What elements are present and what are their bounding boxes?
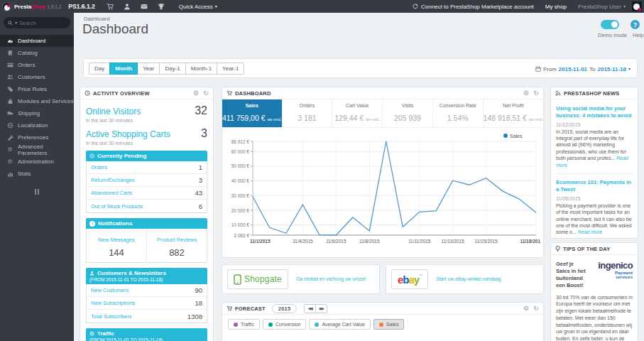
sidebar-item-catalog[interactable]: Catalog: [0, 47, 74, 59]
new-subscriptions-link[interactable]: New Subscriptions: [91, 300, 135, 306]
range-button-year[interactable]: Year: [137, 63, 160, 75]
svg-text:11/4/2015: 11/4/2015: [293, 239, 313, 244]
panel-title: FORECAST: [235, 305, 266, 312]
pending-returns-link[interactable]: Return/Exchanges: [91, 177, 135, 183]
prestashop-news-panel: PRESTASHOP NEWS Using social media for y…: [550, 87, 638, 239]
sidebar-item-shipping[interactable]: Shipping: [0, 107, 74, 119]
sidebar-collapse-button[interactable]: [0, 189, 74, 195]
sidebar-item-customers[interactable]: Customers: [0, 71, 74, 83]
cart-icon[interactable]: [107, 3, 114, 10]
notifications-header: ! Notifications: [86, 218, 207, 229]
divider: [556, 173, 633, 174]
range-button-day[interactable]: Day: [89, 63, 110, 75]
sidebar-item-stats[interactable]: Stats: [0, 168, 74, 180]
svg-text:66 912 €: 66 912 €: [231, 139, 250, 144]
sidebar-item-preferences[interactable]: Preferences: [0, 131, 74, 144]
sidebar-item-localization[interactable]: Localization: [0, 119, 74, 131]
active-carts-link[interactable]: Active Shopping Carts: [86, 129, 170, 139]
kpi-sales[interactable]: Sales411 759,00 € tax excl.: [222, 99, 283, 127]
new-customers-link[interactable]: New Customers: [91, 287, 129, 293]
notification-icon: !: [89, 221, 95, 227]
pending-row-orders: Orders1: [87, 161, 207, 174]
globe-icon: [89, 331, 94, 336]
refresh-icon[interactable]: ↻: [203, 90, 209, 97]
sidebar-item-dashboard[interactable]: Dashboard: [0, 35, 74, 47]
kpi-orders[interactable]: Orders3 181: [283, 99, 333, 127]
sidebar-item-administration[interactable]: ⚙ Administration: [0, 156, 74, 168]
sidebar-item-price-rules[interactable]: Price Rules: [0, 83, 74, 95]
svg-text:3 082 €: 3 082 €: [234, 233, 249, 238]
demo-mode-toggle[interactable]: [601, 20, 619, 29]
total-subscribers-link[interactable]: Total Subscribers: [91, 313, 132, 320]
legend-button-conversion[interactable]: Conversion: [263, 319, 306, 330]
refresh-icon[interactable]: ↻: [533, 90, 539, 97]
puzzle-icon: [6, 98, 13, 104]
ebay-link[interactable]: Start uw eBay-winkel vandaag: [432, 276, 543, 283]
forecast-panel: FORECAST 2015 ◀◀ ▶▶ ⚙ ↻ Traffic Conversi…: [222, 302, 544, 341]
range-button-month-1[interactable]: Month-1: [185, 63, 217, 75]
shopgate-link[interactable]: Ga mobiel en verhoog uw omzet: [292, 276, 379, 283]
svg-text:Sales: Sales: [510, 134, 523, 139]
news-item-title[interactable]: Using social media for your business: 4 …: [556, 105, 633, 119]
pending-orders-link[interactable]: Orders: [91, 164, 107, 170]
date-range-picker[interactable]: From 2015-11-01 To 2015-11-18 ▾: [535, 63, 631, 75]
dashboard-panel: DASHBOARD ⚙ ↻ Sales411 759,00 € tax excl…: [222, 87, 544, 258]
refresh-icon[interactable]: ↻: [533, 305, 539, 312]
quick-access-menu[interactable]: Quick Access▾: [179, 4, 217, 10]
customers-newsletters-header: Customers & Newsletters (FROM 2015-11-01…: [86, 268, 207, 284]
legend-button-traffic[interactable]: Traffic: [228, 319, 260, 330]
pending-abandoned-carts-link[interactable]: Abandoned Carts: [91, 190, 132, 196]
tips-of-the-day-panel: TIPS OF THE DAY ingenico Paymentservices…: [550, 242, 638, 341]
traffic-dot-icon: [234, 323, 238, 327]
sidebar-item-orders[interactable]: Orders: [0, 59, 74, 71]
news-item-date: 11/12/2015: [556, 122, 633, 127]
kpi-cart-value[interactable]: Cart Value129,44 € tax excl.: [332, 99, 383, 127]
clock-icon: [89, 153, 94, 158]
avatar[interactable]: [632, 1, 642, 11]
forecast-forward-button[interactable]: ▶▶: [315, 304, 327, 313]
kpi-conversion-rate[interactable]: Conversion Rate1.54%: [433, 99, 484, 127]
search-input[interactable]: [19, 20, 66, 26]
news-item-title[interactable]: Ecommerce 101: Payments in a Tweet: [556, 179, 633, 193]
legend-button-sales[interactable]: Sales: [373, 319, 405, 330]
kpi-net-profit[interactable]: Net Profit148 918,51 € tax excl.: [484, 99, 543, 127]
sidebar-search[interactable]: ▾: [4, 17, 70, 28]
customers-newsletters-list: New Customers90 New Subscriptions18 Tota…: [86, 284, 207, 323]
clock-icon: [84, 90, 90, 96]
svg-text:60 000 €: 60 000 €: [231, 149, 250, 154]
read-more-link[interactable]: Read more: [578, 229, 603, 234]
lightbulb-icon: [555, 246, 560, 252]
search-scope-caret[interactable]: ▾: [15, 21, 17, 25]
legend-button-average-cart-value[interactable]: Average Cart Value: [309, 319, 370, 330]
trophy-icon[interactable]: [158, 3, 165, 10]
messages-icon[interactable]: [141, 3, 148, 10]
help-button[interactable]: ?: [631, 20, 640, 29]
range-button-month[interactable]: Month: [109, 63, 138, 75]
online-visitors-sub: in the last 30 minutes: [86, 118, 207, 123]
marketplace-link[interactable]: Connect to PrestaShop Marketplace accoun…: [413, 4, 534, 10]
online-visitors-link[interactable]: Online Visitors: [86, 107, 141, 117]
settings-icon[interactable]: ⚙: [193, 90, 199, 97]
cart-icon: [227, 90, 232, 96]
sidebar-item-advanced-parameters[interactable]: ⚙ Advanced Parameters: [0, 144, 74, 156]
product-reviews-link[interactable]: Product Reviews: [157, 237, 197, 243]
sales-line-chart: 66 912 €60 000 €50 000 €40 000 €30 000 €…: [223, 130, 543, 256]
users-icon: [6, 74, 13, 80]
range-button-year-1[interactable]: Year-1: [217, 63, 244, 75]
kpi-visits[interactable]: Visits205 939: [383, 99, 433, 127]
pending-out-of-stock-link[interactable]: Out of Stock Products: [91, 203, 143, 210]
forecast-back-button[interactable]: ◀◀: [304, 304, 316, 313]
globe-icon: [6, 122, 13, 129]
range-button-day-1[interactable]: Day-1: [159, 63, 185, 75]
my-shop-link[interactable]: My shop: [545, 4, 567, 10]
shop-name[interactable]: PS1.6.1.2: [68, 3, 94, 10]
settings-icon[interactable]: ⚙: [523, 305, 529, 312]
customer-icon[interactable]: [124, 3, 131, 10]
calendar-icon: [535, 66, 541, 72]
user-menu[interactable]: PrestaShop User▾: [578, 4, 626, 10]
new-messages-link[interactable]: New Messages: [98, 237, 134, 243]
settings-icon[interactable]: ⚙: [523, 90, 529, 97]
svg-text:11/13/2015: 11/13/2015: [442, 239, 464, 244]
svg-text:11/11/2015: 11/11/2015: [408, 239, 431, 244]
sidebar-item-modules[interactable]: Modules and Services: [0, 95, 74, 107]
